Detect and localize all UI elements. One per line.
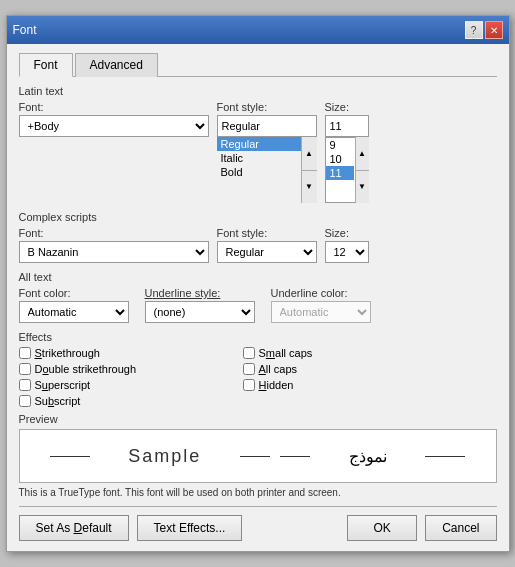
complex-font-select[interactable]: B Nazanin — [19, 241, 209, 263]
latin-style-label: Font style: — [217, 101, 317, 113]
strikethrough-label: Strikethrough — [35, 347, 100, 359]
underline-style-select[interactable]: (none) — [145, 301, 255, 323]
all-text-row: Font color: Automatic Underline style: (… — [19, 287, 497, 323]
complex-style-select[interactable]: Regular — [217, 241, 317, 263]
style-scroll-up[interactable]: ▲ — [302, 137, 317, 171]
preview-underline-4 — [425, 456, 465, 457]
ok-button[interactable]: OK — [347, 515, 417, 541]
close-button[interactable]: ✕ — [485, 21, 503, 39]
title-bar: Font ? ✕ — [7, 16, 509, 44]
size-scroll-arrows: ▲ ▼ — [355, 137, 369, 203]
style-scroll-arrows: ▲ ▼ — [301, 137, 317, 203]
double-strikethrough-checkbox[interactable] — [19, 363, 31, 375]
effects-left: Strikethrough Double strikethrough Super… — [19, 347, 219, 407]
latin-style-group: Font style: Regular Italic Bold ▲ — [217, 101, 317, 203]
complex-size-select[interactable]: 12 — [325, 241, 369, 263]
set-default-button[interactable]: Set As Default — [19, 515, 129, 541]
latin-text-label: Latin text — [19, 85, 497, 97]
latin-font-label: Font: — [19, 101, 209, 113]
style-item-italic[interactable]: Italic — [217, 151, 301, 165]
preview-section: Preview Sample نموذج This is a TrueType … — [19, 413, 497, 498]
size-item-9[interactable]: 9 — [326, 138, 354, 152]
effects-section: Effects Strikethrough Double strikethrou… — [19, 331, 497, 407]
all-caps-checkbox[interactable] — [243, 363, 255, 375]
underline-color-group: Underline color: Automatic — [271, 287, 371, 323]
size-item-10[interactable]: 10 — [326, 152, 354, 166]
complex-font-label: Font: — [19, 227, 209, 239]
complex-scripts-label: Complex scripts — [19, 211, 497, 223]
subscript-item: Subscript — [19, 395, 219, 407]
tab-bar: Font Advanced — [19, 52, 497, 77]
complex-style-group: Font style: Regular — [217, 227, 317, 263]
latin-size-label: Size: — [325, 101, 369, 113]
strikethrough-item: Strikethrough — [19, 347, 219, 359]
all-text-label: All text — [19, 271, 497, 283]
hidden-h: H — [259, 379, 267, 391]
latin-style-input[interactable] — [217, 115, 317, 137]
font-color-group: Font color: Automatic — [19, 287, 129, 323]
latin-font-select[interactable]: +Body — [19, 115, 209, 137]
dialog-content: Font Advanced Latin text Font: +Body Fon… — [7, 44, 509, 551]
font-dialog: Font ? ✕ Font Advanced Latin text Font: … — [6, 15, 510, 552]
complex-font-group: Font: B Nazanin — [19, 227, 209, 263]
small-caps-label: Small caps — [259, 347, 313, 359]
style-listbox-wrapper: Regular Italic Bold ▲ ▼ — [217, 137, 317, 203]
double-o: o — [42, 363, 48, 375]
all-caps-item: All caps — [243, 363, 393, 375]
subscript-checkbox[interactable] — [19, 395, 31, 407]
superscript-checkbox[interactable] — [19, 379, 31, 391]
tab-font[interactable]: Font — [19, 53, 73, 77]
preview-label: Preview — [19, 413, 497, 425]
style-item-bold[interactable]: Bold — [217, 165, 301, 179]
latin-size-input[interactable] — [325, 115, 369, 137]
allcaps-a: A — [259, 363, 266, 375]
preview-right — [240, 456, 310, 457]
set-default-label: Set As Default — [36, 521, 112, 535]
preview-arabic: نموذج — [349, 447, 387, 466]
superscript-item: Superscript — [19, 379, 219, 391]
hidden-checkbox[interactable] — [243, 379, 255, 391]
dialog-title: Font — [13, 23, 37, 37]
size-scroll-up[interactable]: ▲ — [356, 137, 369, 171]
superscript-label: Superscript — [35, 379, 91, 391]
effects-right: Small caps All caps Hidden — [243, 347, 393, 407]
small-caps-item: Small caps — [243, 347, 393, 359]
tab-advanced[interactable]: Advanced — [75, 53, 158, 77]
preview-underline-3 — [280, 456, 310, 457]
style-scroll-down[interactable]: ▼ — [302, 171, 317, 204]
font-color-label: Font color: — [19, 287, 129, 299]
complex-size-group: Size: 12 — [325, 227, 369, 263]
text-effects-label: Text Effects... — [154, 521, 226, 535]
underline-style-text: nderline style: — [152, 287, 220, 299]
underline-style-group: Underline style: (none) — [145, 287, 255, 323]
ok-label: OK — [373, 521, 390, 535]
text-effects-button[interactable]: Text Effects... — [137, 515, 243, 541]
strikethrough-s: S — [35, 347, 42, 359]
smallcaps-m: m — [266, 347, 275, 359]
preview-note: This is a TrueType font. This font will … — [19, 487, 497, 498]
all-text-section: All text Font color: Automatic Underline… — [19, 271, 497, 323]
preview-underline-1 — [50, 456, 90, 457]
underline-color-select[interactable]: Automatic — [271, 301, 371, 323]
strikethrough-checkbox[interactable] — [19, 347, 31, 359]
effects-checkbox-row: Strikethrough Double strikethrough Super… — [19, 347, 497, 407]
double-strikethrough-label: Double strikethrough — [35, 363, 137, 375]
preview-box: Sample نموذج — [19, 429, 497, 483]
preview-underline-2 — [240, 456, 270, 457]
small-caps-checkbox[interactable] — [243, 347, 255, 359]
size-item-11[interactable]: 11 — [326, 166, 354, 180]
latin-font-group: Font: +Body — [19, 101, 209, 137]
complex-scripts-section: Complex scripts Font: B Nazanin Font sty… — [19, 211, 497, 263]
cancel-label: Cancel — [442, 521, 479, 535]
help-button[interactable]: ? — [465, 21, 483, 39]
size-listbox-wrapper: 9 10 11 ▲ ▼ — [325, 137, 369, 203]
latin-text-row: Font: +Body Font style: Regular Italic — [19, 101, 497, 203]
cancel-button[interactable]: Cancel — [425, 515, 496, 541]
style-item-regular[interactable]: Regular — [217, 137, 301, 151]
complex-scripts-row: Font: B Nazanin Font style: Regular Size… — [19, 227, 497, 263]
size-scroll-down[interactable]: ▼ — [356, 171, 369, 204]
complex-size-label: Size: — [325, 227, 369, 239]
title-bar-left: Font — [13, 23, 37, 37]
preview-sample-text: Sample — [128, 446, 201, 467]
font-color-select[interactable]: Automatic — [19, 301, 129, 323]
